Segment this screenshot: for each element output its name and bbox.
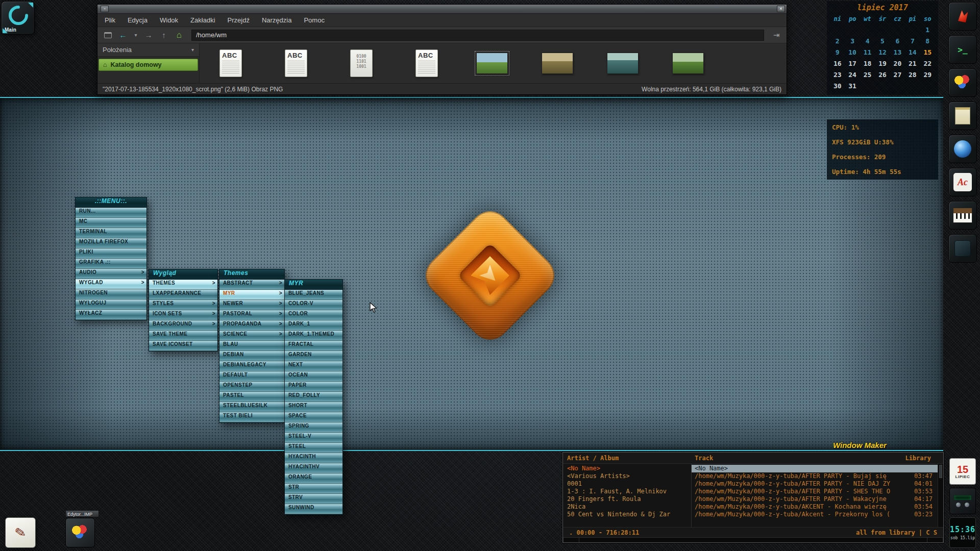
- calendar-day[interactable]: 25: [860, 69, 875, 81]
- dock-icon-notes[interactable]: [948, 102, 977, 130]
- fm-titlebar[interactable]: ▫ ×: [97, 5, 787, 14]
- dock-icon-launcher[interactable]: [948, 2, 977, 31]
- calendar-day[interactable]: 4: [860, 36, 875, 47]
- file-icon-image-7[interactable]: [607, 47, 639, 79]
- track-row[interactable]: /home/wm/Muzyka/000-z-y-tuba/AFTER PARTY…: [692, 495, 938, 503]
- calendar-day[interactable]: 3: [845, 36, 860, 47]
- calendar-day[interactable]: 23: [830, 69, 845, 81]
- calendar-day[interactable]: 20: [890, 58, 905, 69]
- menubar-item-pomoc[interactable]: Pomoc: [304, 16, 324, 24]
- menu-item-lxappearannce[interactable]: LXAPPEARANNCE: [149, 290, 217, 300]
- dock-icon-piano[interactable]: [948, 201, 977, 230]
- menu-item-fractal[interactable]: FRACTAL: [285, 341, 342, 351]
- library-header[interactable]: Library: [905, 455, 931, 462]
- menu-item-wyglad[interactable]: WYGLAD>: [76, 279, 146, 289]
- calendar-day[interactable]: 11: [860, 47, 875, 58]
- calendar-day[interactable]: 17: [845, 58, 860, 69]
- menu-item-abstract[interactable]: ABSTRACT>: [219, 280, 284, 290]
- menu-item-dark-1-themed[interactable]: DARK_1.THEMED: [285, 331, 342, 341]
- calendar-day[interactable]: 21: [905, 58, 920, 69]
- track-column-header[interactable]: Track: [695, 455, 713, 462]
- jump-to-icon[interactable]: ⇥: [770, 29, 782, 41]
- calendar-day[interactable]: 6: [890, 36, 905, 47]
- artist-row[interactable]: 2Nica: [563, 503, 691, 511]
- menu-item-red-folly[interactable]: RED_FOLLY: [285, 392, 342, 402]
- tuner-tile[interactable]: [949, 488, 976, 514]
- file-icon-binary-3[interactable]: 010011011001: [346, 47, 377, 79]
- calendar-day[interactable]: 19: [875, 58, 890, 69]
- calendar-day[interactable]: 29: [920, 69, 935, 81]
- track-row[interactable]: <No Name>: [692, 465, 938, 472]
- player-scrollbar[interactable]: [938, 464, 943, 527]
- menu-item-strv[interactable]: STRV: [285, 494, 342, 504]
- menu-item-styles[interactable]: STYLES>: [149, 300, 217, 310]
- menu-item-pastoral[interactable]: PASTORAL>: [219, 310, 284, 320]
- file-icon-text-2[interactable]: ABC: [280, 47, 312, 79]
- forward-icon[interactable]: →: [142, 29, 155, 41]
- window-resize-bar[interactable]: [563, 537, 943, 542]
- file-icon-text-4[interactable]: ABC: [411, 47, 443, 79]
- dock-icon-terminal[interactable]: >_: [948, 35, 977, 64]
- menu-item-science[interactable]: SCIENCE>: [219, 331, 284, 341]
- path-input[interactable]: [191, 30, 764, 41]
- menu-item-pliki[interactable]: PLIKI: [76, 248, 146, 259]
- miniwindow-gimp[interactable]: Edytor...IMP: [65, 510, 99, 547]
- menu-item-debian[interactable]: DEBIAN: [219, 351, 284, 361]
- calendar-day[interactable]: 16: [830, 58, 845, 69]
- file-icon-image-5[interactable]: [476, 47, 508, 79]
- menubar-item-plik[interactable]: Plik: [105, 16, 115, 24]
- menu-item-ocean[interactable]: OCEAN: [285, 371, 342, 382]
- minimize-button[interactable]: ▫: [101, 6, 109, 12]
- calendar-day[interactable]: 22: [920, 58, 935, 69]
- menu-item-grafika[interactable]: GRAFIKA .::: [76, 259, 146, 269]
- artist-row[interactable]: <No Name>: [563, 465, 691, 472]
- calendar-day[interactable]: 2: [830, 36, 845, 47]
- menu-item-space[interactable]: SPACE: [285, 412, 342, 422]
- dock-icon-app[interactable]: [948, 234, 977, 263]
- menu-item-mc[interactable]: MC: [76, 218, 146, 228]
- artist-row[interactable]: 1-3 : I. Faust, A. Melnikov: [563, 488, 691, 495]
- menu-item-steelbluesilk[interactable]: STEELBLUESILK: [219, 402, 284, 412]
- menu-item-hyacinth[interactable]: HYACINTH: [285, 453, 342, 463]
- track-row[interactable]: /home/wm/Muzyka/000-z-y-tuba/Akcent - Pr…: [692, 511, 938, 518]
- menu-item-mozilla-firefox[interactable]: MOZILLA FIREFOX: [76, 238, 146, 248]
- places-header[interactable]: Położenia ▾: [97, 43, 199, 57]
- menu-item-steel-v[interactable]: STEEL-V: [285, 433, 342, 443]
- scrollbar-thumb[interactable]: [939, 465, 942, 478]
- calendar-day[interactable]: 8: [920, 36, 935, 47]
- menu-item-short[interactable]: SHORT: [285, 402, 342, 412]
- calendar-day[interactable]: 27: [890, 69, 905, 81]
- menu-item-themes[interactable]: THEMES>: [149, 280, 217, 290]
- calendar-day[interactable]: 7: [905, 36, 920, 47]
- menubar-item-zak-adki[interactable]: Zakładki: [190, 16, 215, 24]
- menu-item-blau[interactable]: BLAU: [219, 341, 284, 351]
- track-row[interactable]: /home/wm/Muzyka/000-z-y-tuba/AFTER PARTY…: [692, 488, 938, 495]
- menu-item-nitrogen[interactable]: NITROGEN: [76, 289, 146, 299]
- file-icon-text-1[interactable]: ABC: [215, 47, 247, 79]
- menubar-item-edycja[interactable]: Edycja: [128, 16, 148, 24]
- calendar-day[interactable]: 30: [830, 81, 845, 92]
- track-row[interactable]: /home/wm/Muzyka/000-z-y-tuba/AFTER PARTY…: [692, 480, 938, 488]
- menu-item-propaganda[interactable]: PROPAGANDA>: [219, 320, 284, 331]
- dock-icon-audio-app[interactable]: Ac: [948, 168, 977, 196]
- menu-item-wyloguj[interactable]: WYLOGUJ: [76, 299, 146, 310]
- menu-item-blue-jeans[interactable]: BLUE_JEANS: [285, 290, 342, 300]
- fm-file-area[interactable]: ABCABC010011011001ABC: [200, 43, 787, 83]
- menu-item-myr[interactable]: MYR>: [219, 290, 284, 300]
- menu-item-garden[interactable]: GARDEN: [285, 351, 342, 361]
- artist-row[interactable]: 0001: [563, 480, 691, 488]
- menu-item-dark-1[interactable]: DARK_1: [285, 320, 342, 331]
- calendar-day[interactable]: 26: [875, 69, 890, 81]
- menu-item-debianlegacy[interactable]: DEBIANLEGACY: [219, 361, 284, 371]
- player-track-list[interactable]: <No Name>/home/wm/Muzyka/000-z-y-tuba/AF…: [692, 464, 938, 527]
- artist-row[interactable]: <Various Artists>: [563, 472, 691, 480]
- calendar-day[interactable]: 31: [845, 81, 860, 92]
- menu-item-wy-acz[interactable]: WYŁACZ: [76, 310, 146, 320]
- calendar-day[interactable]: 1: [920, 24, 935, 36]
- menu-item-paper[interactable]: PAPER: [285, 382, 342, 392]
- calendar-day[interactable]: 10: [845, 47, 860, 58]
- menu-item-save-iconset[interactable]: SAVE ICONSET: [149, 341, 217, 351]
- menu-item-next[interactable]: NEXT: [285, 361, 342, 371]
- back-icon[interactable]: ←: [117, 29, 129, 41]
- menu-item-run[interactable]: RUN...: [76, 208, 146, 218]
